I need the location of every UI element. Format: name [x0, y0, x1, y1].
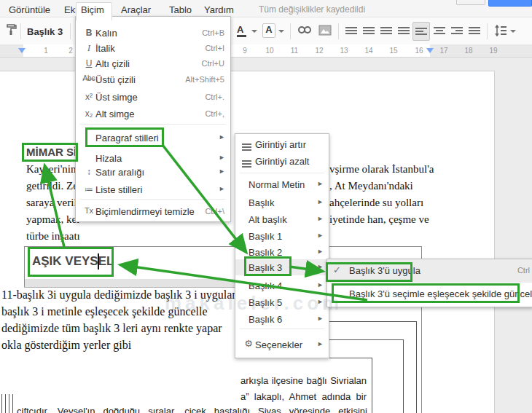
left-indent-marker[interactable]	[18, 48, 26, 53]
line-spacing-icon[interactable]	[494, 25, 507, 39]
line-spacing-icon: ↕	[82, 167, 95, 177]
insert-link-icon[interactable]	[297, 25, 313, 40]
right-indent-marker[interactable]	[426, 48, 434, 53]
menu-item-label: Biçimlendirmeyi temizle	[95, 206, 195, 217]
doc-text-line: okla gösterdiğim yerler gibi	[1, 339, 131, 352]
toolbar-separator	[487, 23, 488, 39]
menu-item-label: Hizala	[95, 153, 122, 164]
menu-item-options[interactable]: ⚙ Seçenekler ►	[235, 337, 329, 353]
submenu-arrow-icon: ►	[317, 315, 324, 322]
clear-formatting-icon: Tx	[82, 206, 95, 215]
submenu-arrow-icon: ►	[317, 232, 324, 239]
style-selector[interactable]: Başlık 3	[27, 26, 63, 37]
highlight-color-caret[interactable]	[278, 30, 284, 33]
gear-icon: ⚙	[242, 338, 255, 349]
ruler-number: 15	[386, 47, 401, 55]
menu-shortcut: Alt+Shift+5	[185, 75, 224, 84]
google-docs-screenshot: { "menubar": { "items": [ {"label": "Gör…	[0, 0, 532, 413]
menu-shortcut: Ctrl+U	[202, 59, 224, 68]
menu-item-title[interactable]: Başlık ►	[235, 195, 329, 211]
menu-item-label: Başlık 1	[249, 231, 282, 242]
menu-bicim[interactable]: Biçim	[76, 2, 112, 20]
menu-item-strikethrough[interactable]: Abc Üstü çizili Alt+Shift+5	[76, 72, 230, 87]
menu-shortcut: Ctrl+B	[202, 28, 224, 37]
numbered-list-icon[interactable]	[345, 25, 357, 36]
menu-item-label: Alt simge	[95, 109, 134, 119]
menu-item-label: Başlık 6	[249, 314, 282, 325]
ruler-number: 9	[238, 47, 252, 55]
ruler-number: 1	[39, 47, 53, 55]
menu-item-label: Başlık 4	[249, 280, 282, 291]
menu-goruntule[interactable]: Görüntüle	[4, 3, 55, 17]
menu-item-normal-text[interactable]: Normal Metin ►	[235, 177, 329, 192]
ruler-number: 18	[461, 47, 476, 55]
menu-item-list-styles[interactable]: ≔ Liste stilleri ►	[76, 182, 230, 197]
frame-border	[416, 321, 417, 413]
submenu-arrow-icon: ►	[219, 154, 225, 161]
comments-button[interactable]	[456, 0, 485, 5]
align-right-button[interactable]	[451, 25, 463, 36]
menu-item-underline[interactable]: U Altı çizili Ctrl+U	[76, 56, 230, 71]
menu-item-line-spacing[interactable]: ↕ Satır aralığı ►	[76, 165, 230, 180]
menu-item-superscript[interactable]: x² Üst simge Ctrl+.	[76, 90, 230, 105]
doc-text-line: saraya verile	[26, 197, 82, 209]
menu-item-bold[interactable]: B Kalın Ctrl+B	[76, 25, 230, 41]
insert-image-icon[interactable]	[318, 25, 332, 39]
highlight-color-icon[interactable]: A	[262, 23, 275, 38]
submenu-arrow-icon: ►	[317, 340, 324, 347]
menu-item-subscript[interactable]: x₂ Alt simge Ctrl+,	[76, 106, 230, 122]
menu-item-align[interactable]: Hizala ►	[76, 151, 230, 166]
submenu-arrow-icon: ►	[317, 281, 324, 288]
menu-item-heading-4[interactable]: Başlık 4 ►	[235, 278, 329, 294]
menu-item-label: Liste stilleri	[95, 184, 142, 195]
italic-icon: I	[82, 43, 95, 54]
indent-increase-icon[interactable]	[398, 25, 410, 36]
menu-item-label: Seçenekler	[255, 339, 302, 350]
format-menu: B Kalın Ctrl+B I İtalik Ctrl+I U Altı çi…	[75, 16, 231, 222]
annotation-box-asik-veysel	[28, 247, 114, 277]
menu-item-heading-1[interactable]: Başlık 1 ►	[235, 229, 329, 244]
doc-text-line: çiftçıdır. Veysel'ın doğduğu sıralar, çi…	[17, 406, 367, 413]
menu-item-clear-formatting[interactable]: Tx Biçimlendirmeyi temizle Ctrl+\	[76, 204, 230, 219]
align-center-button[interactable]	[434, 25, 445, 36]
align-left-button[interactable]	[412, 22, 430, 41]
menu-item-decrease-indent[interactable]: Girintiyi azalt	[235, 154, 329, 169]
superscript-icon: x²	[82, 92, 95, 102]
doc-text-line: Kayseri'nin	[26, 163, 77, 176]
frame-border	[403, 339, 404, 413]
menu-item-italic[interactable]: I İtalik Ctrl+I	[76, 41, 230, 56]
line-spacing-caret[interactable]	[510, 30, 516, 33]
text-color-icon[interactable]: A	[237, 24, 243, 35]
menu-separator	[80, 199, 226, 200]
ruler-number: 19	[486, 47, 501, 55]
submenu-arrow-icon: ►	[219, 133, 225, 141]
ruler-number: 13	[337, 47, 351, 55]
menu-araclar[interactable]: Araçlar	[117, 3, 155, 17]
bulleted-list-icon[interactable]	[363, 25, 375, 36]
annotation-box-uygula	[326, 262, 412, 282]
menu-item-label: Normal Metin	[249, 179, 305, 190]
paint-format-icon[interactable]	[6, 23, 17, 38]
menu-item-label: İtalik	[95, 43, 115, 54]
indent-decrease-icon[interactable]	[380, 25, 392, 36]
ruler-number: 16	[412, 47, 426, 55]
ruler-number: 17	[437, 47, 451, 55]
annotation-box-paragraf-stilleri	[85, 127, 164, 147]
share-button[interactable]	[488, 0, 532, 7]
menu-yardim[interactable]: Yardım	[200, 3, 238, 17]
menu-item-label: Üst simge	[95, 92, 138, 103]
doc-text-line: getirildi. Zel	[26, 180, 81, 192]
doc-text-line: dediğimizde tüm başlık 3 leri aynı renkt…	[1, 322, 222, 335]
doc-text-line: arkışla ilçesine bağlı Sivrialan	[240, 375, 367, 386]
menu-shortcut: Ctrl+I	[205, 44, 224, 52]
frame-border	[372, 358, 372, 413]
menu-item-subtitle[interactable]: Alt başlık ►	[235, 212, 329, 227]
submenu-arrow-icon: ►	[219, 185, 225, 192]
menu-item-increase-indent[interactable]: Girintiyi artır	[235, 137, 329, 152]
doc-text-line: ahçelerinde su yolları	[329, 197, 423, 209]
text-color-caret[interactable]	[251, 30, 257, 33]
submenu-arrow-icon: ►	[317, 180, 324, 187]
align-justify-button[interactable]	[469, 25, 480, 36]
menu-bar: Görüntüle Ekle Biçim Araçlar Tablo Yardı…	[0, 0, 532, 17]
menu-tablo[interactable]: Tablo	[165, 3, 196, 17]
